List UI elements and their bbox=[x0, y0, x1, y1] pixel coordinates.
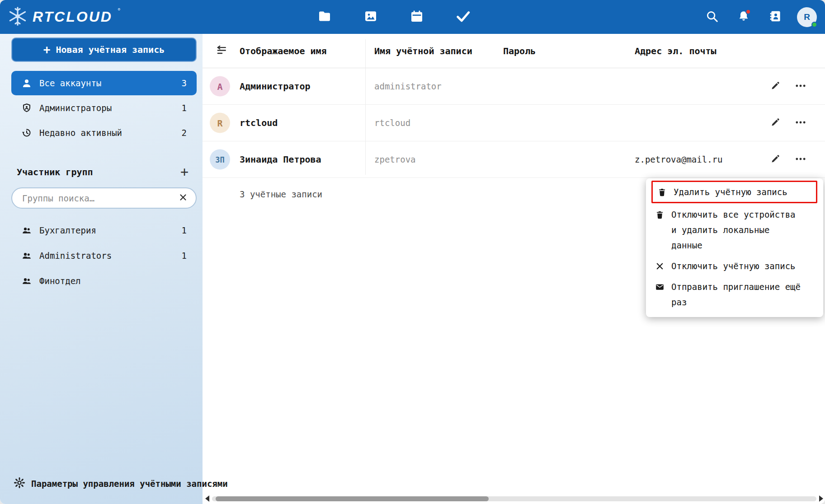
clear-search-button[interactable] bbox=[176, 191, 190, 205]
topnav bbox=[314, 0, 474, 34]
cell-account-name: administrator bbox=[374, 81, 442, 91]
menu-item-label: Отключить учётную запись bbox=[671, 258, 801, 274]
avatar: A bbox=[210, 76, 230, 97]
more-actions-button[interactable] bbox=[791, 76, 811, 96]
group-search bbox=[11, 187, 197, 209]
sidebar-item-label: Все аккаунты bbox=[39, 78, 101, 88]
close-icon bbox=[654, 258, 665, 274]
menu-item-label: Удалить учётную запись bbox=[674, 184, 804, 200]
calendar-icon bbox=[410, 9, 424, 25]
photos-icon bbox=[363, 9, 378, 25]
table-header: Отображаемое имя Имя учётной записи Паро… bbox=[203, 34, 825, 68]
sidebar-item-count: 2 bbox=[182, 128, 187, 138]
scrollbar-thumb[interactable] bbox=[216, 496, 489, 501]
header-display-name[interactable]: Отображаемое имя bbox=[240, 46, 327, 56]
menu-item-resend-invitation[interactable]: Отправить приглашение ещё раз bbox=[646, 276, 823, 313]
avatar: ЗП bbox=[210, 149, 230, 170]
settings-label: Параметры управления учётными записями bbox=[31, 479, 228, 489]
groups-header: Участник групп + bbox=[11, 165, 197, 179]
account-management-settings[interactable]: Параметры управления учётными записями bbox=[14, 477, 228, 490]
search-icon bbox=[705, 9, 719, 24]
menu-item-disable-account[interactable]: Отключить учётную запись bbox=[646, 256, 823, 276]
calendar-nav-button[interactable] bbox=[406, 6, 428, 28]
add-group-button[interactable]: + bbox=[178, 165, 191, 179]
sidebar-item-recently-active[interactable]: Недавно активный 2 bbox=[11, 121, 197, 145]
cell-account-name: rtcloud bbox=[374, 118, 410, 128]
sidebar-item-all-accounts[interactable]: Все аккаунты 3 bbox=[11, 71, 197, 95]
notifications-button[interactable] bbox=[734, 7, 754, 27]
mail-icon bbox=[654, 279, 665, 294]
online-status-dot bbox=[811, 22, 817, 28]
pencil-icon bbox=[770, 117, 781, 129]
group-count: 1 bbox=[182, 225, 187, 235]
edit-button[interactable] bbox=[765, 149, 785, 169]
pencil-icon bbox=[770, 80, 781, 93]
avatar-letter: R bbox=[804, 12, 810, 22]
menu-item-label: Отправить приглашение ещё раз bbox=[671, 279, 801, 310]
person-icon bbox=[21, 78, 32, 89]
cell-account-name: zpetrova bbox=[374, 154, 416, 164]
trash-icon bbox=[656, 184, 667, 200]
logo[interactable]: RTCLOUD ° bbox=[7, 0, 121, 34]
group-label: Финотдел bbox=[39, 276, 81, 286]
table-row[interactable]: A Администратор administrator bbox=[203, 68, 825, 105]
collapse-navigation-button[interactable] bbox=[212, 42, 231, 60]
avatar: R bbox=[210, 113, 230, 133]
sidebar-item-admins[interactable]: Администраторы 1 bbox=[11, 96, 197, 120]
logo-trademark: ° bbox=[117, 7, 121, 15]
accounts-count-summary: 3 учётные записи bbox=[240, 189, 322, 199]
group-item-buhgalteria[interactable]: Бухгалтерия 1 bbox=[11, 218, 197, 243]
more-actions-button[interactable] bbox=[791, 149, 811, 169]
sidebar-item-label: Недавно активный bbox=[39, 128, 122, 138]
ellipsis-icon bbox=[794, 153, 807, 167]
history-icon bbox=[21, 127, 32, 138]
tasks-nav-button[interactable] bbox=[452, 6, 474, 28]
header-email[interactable]: Адрес эл. почты bbox=[635, 46, 717, 56]
search-button[interactable] bbox=[702, 7, 722, 27]
cell-display-name: Администратор bbox=[240, 81, 311, 92]
snowflake-logo-icon bbox=[7, 6, 28, 28]
edit-button[interactable] bbox=[765, 113, 785, 133]
menu-item-disconnect-devices[interactable]: Отключить все устройства и удалить локал… bbox=[646, 204, 823, 256]
photos-nav-button[interactable] bbox=[360, 6, 382, 28]
people-icon bbox=[21, 275, 32, 286]
scroll-left-arrow[interactable] bbox=[205, 495, 209, 502]
sidebar-item-count: 1 bbox=[182, 103, 187, 113]
cell-display-name: Зинаида Петрова bbox=[240, 154, 321, 165]
plus-icon: + bbox=[43, 44, 51, 56]
more-actions-button[interactable] bbox=[791, 113, 811, 133]
group-search-input[interactable] bbox=[11, 187, 197, 209]
files-nav-button[interactable] bbox=[314, 6, 335, 28]
group-item-finotdel[interactable]: Финотдел bbox=[11, 269, 197, 293]
scrollbar-track[interactable] bbox=[212, 496, 816, 501]
gear-icon bbox=[14, 477, 25, 490]
edit-button[interactable] bbox=[765, 76, 785, 96]
sidebar-item-count: 3 bbox=[182, 78, 187, 88]
header-password[interactable]: Пароль bbox=[503, 46, 536, 56]
people-icon bbox=[21, 250, 32, 261]
plus-icon: + bbox=[180, 164, 189, 180]
contacts-book-icon bbox=[768, 9, 782, 24]
group-item-administrators[interactable]: Administrators 1 bbox=[11, 243, 197, 268]
new-account-button[interactable]: + Новая учётная запись bbox=[11, 37, 197, 62]
groups-title: Участник групп bbox=[17, 167, 93, 177]
group-count: 1 bbox=[182, 251, 187, 261]
ellipsis-icon bbox=[794, 116, 807, 130]
scroll-right-arrow[interactable] bbox=[819, 495, 823, 502]
contacts-button[interactable] bbox=[765, 7, 785, 27]
table-row[interactable]: ЗП Зинаида Петрова zpetrova z.petrova@ma… bbox=[203, 141, 825, 178]
close-icon bbox=[178, 192, 188, 204]
table-row[interactable]: R rtcloud rtcloud bbox=[203, 105, 825, 141]
cell-display-name: rtcloud bbox=[240, 117, 278, 128]
menu-item-delete-account[interactable]: Удалить учётную запись bbox=[651, 181, 817, 203]
user-avatar-button[interactable]: R bbox=[797, 7, 817, 27]
menu-collapse-icon bbox=[216, 44, 227, 57]
sidebar-item-label: Администраторы bbox=[39, 103, 112, 113]
folder-icon bbox=[317, 9, 332, 25]
pencil-icon bbox=[770, 154, 781, 166]
header-account-name[interactable]: Имя учётной записи bbox=[374, 46, 472, 56]
group-list: Бухгалтерия 1 Administrators 1 Финотдел bbox=[0, 218, 203, 293]
people-icon bbox=[21, 225, 32, 236]
check-icon bbox=[455, 9, 471, 25]
app-window: RTCLOUD ° bbox=[0, 0, 825, 504]
